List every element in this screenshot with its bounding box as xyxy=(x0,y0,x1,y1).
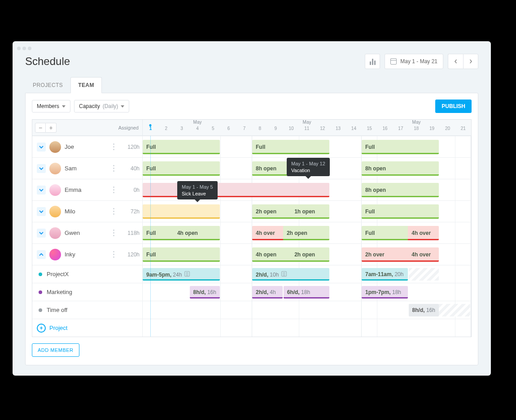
capacity-block[interactable] xyxy=(143,183,329,197)
tab-projects[interactable]: PROJECTS xyxy=(25,77,70,93)
publish-button[interactable]: PUBLISH xyxy=(435,100,472,113)
date-range-label: May 1 - May 21 xyxy=(400,58,437,65)
drag-handle[interactable] xyxy=(113,208,114,215)
app-window: Schedule May 1 - May 21 PROJECTS TEAM xyxy=(13,41,491,376)
capacity-block[interactable]: 2h open 1h open xyxy=(252,204,329,219)
member-row-sam: Sam 40h Full 8h open 8h open May 1 - May… xyxy=(32,157,471,179)
drag-handle[interactable] xyxy=(113,229,114,236)
capacity-block[interactable]: Full xyxy=(143,161,220,176)
day-cell[interactable]: 3 xyxy=(174,126,190,135)
assignment-block[interactable]: 2h/d, 4h xyxy=(252,286,283,299)
collapse-toggle[interactable] xyxy=(37,250,46,259)
capacity-block[interactable]: Full xyxy=(362,204,439,219)
day-cell[interactable]: 14 xyxy=(346,126,362,135)
member-timeline[interactable]: 8h open May 1 - May 5 Sick Leave xyxy=(143,179,471,200)
assignment-block[interactable]: 6h/d, 18h xyxy=(284,286,330,299)
next-range-button[interactable] xyxy=(463,54,478,69)
chevron-left-icon xyxy=(454,59,458,64)
avatar xyxy=(49,163,61,174)
chart-view-button[interactable] xyxy=(365,54,380,69)
day-cell[interactable]: 5 xyxy=(205,126,221,135)
day-cell[interactable]: 18 xyxy=(408,126,424,135)
prev-range-button[interactable] xyxy=(448,54,463,69)
zoom-in-button[interactable]: + xyxy=(46,123,57,133)
drag-handle[interactable] xyxy=(113,143,114,150)
project-timeline[interactable]: 8h/d, 16h 2h/d, 4h 6h/d, 18h 1pm-7pm, 18… xyxy=(143,283,471,301)
caret-down-icon xyxy=(121,105,124,108)
project-timeline[interactable]: 9am-5pm, 24h 2h/d, 10h 7am-11am, 20h xyxy=(143,265,471,283)
assignment-block[interactable]: 8h/d, 16h xyxy=(190,286,220,299)
day-cell[interactable]: 15 xyxy=(362,126,377,135)
note-icon xyxy=(184,271,190,277)
capacity-block[interactable] xyxy=(143,204,220,219)
assignment-block[interactable]: 7am-11am, 20h xyxy=(362,268,408,281)
day-cell[interactable]: 6 xyxy=(221,126,236,135)
capacity-block[interactable]: 4h over 2h open xyxy=(252,226,329,240)
day-cell[interactable]: 13 xyxy=(330,126,346,135)
day-cell[interactable]: 2 xyxy=(158,126,174,135)
member-timeline[interactable]: Full Full Full xyxy=(143,136,471,157)
project-timeline[interactable]: 8h/d, 16h xyxy=(143,301,471,319)
page-header: Schedule May 1 - May 21 xyxy=(13,48,491,73)
project-row-marketing: Marketing 8h/d, 16h 2h/d, 4h 6h/d, 18h 1… xyxy=(32,283,471,301)
expand-toggle[interactable] xyxy=(37,186,46,195)
day-cell[interactable]: 8 xyxy=(252,126,268,135)
add-member-button[interactable]: ADD MEMBER xyxy=(32,343,79,357)
expand-toggle[interactable] xyxy=(37,143,46,152)
capacity-block[interactable]: Full xyxy=(143,140,220,154)
day-cell[interactable]: 21 xyxy=(455,126,471,135)
drag-handle[interactable] xyxy=(113,165,114,172)
day-cell[interactable]: 12 xyxy=(315,126,330,135)
drag-handle[interactable] xyxy=(113,251,114,258)
member-timeline[interactable]: Full 4h open 2h open 2h over 4h over xyxy=(143,244,471,265)
day-cell[interactable]: 1 xyxy=(143,126,158,135)
day-cell[interactable]: 4 xyxy=(190,126,206,135)
tooltip-vacation: May 1 - May 12 Vacation xyxy=(287,158,330,176)
member-timeline[interactable]: Full 4h open 4h over 2h open Full 4h ove… xyxy=(143,222,471,243)
day-cell[interactable]: 11 xyxy=(299,126,315,135)
capacity-block[interactable]: 4h open 2h open xyxy=(252,247,329,262)
capacity-block[interactable]: 8h open xyxy=(362,183,439,197)
day-cell[interactable]: 7 xyxy=(236,126,252,135)
assignment-block[interactable]: 1pm-7pm, 18h xyxy=(362,286,408,299)
zoom-out-button[interactable]: − xyxy=(35,123,46,133)
capacity-filter[interactable]: Capacity (Daily) xyxy=(74,100,129,113)
day-cell[interactable]: 19 xyxy=(424,126,440,135)
date-range-button[interactable]: May 1 - May 21 xyxy=(385,54,443,69)
bullet-icon xyxy=(39,273,42,276)
capacity-block[interactable]: Full xyxy=(143,247,220,262)
tab-team[interactable]: TEAM xyxy=(70,77,102,93)
assigned-hours: 0h xyxy=(118,187,140,193)
day-cell[interactable]: 20 xyxy=(440,126,455,135)
timeoff-block[interactable]: 8h/d, 16h xyxy=(409,304,439,316)
avatar xyxy=(49,184,61,196)
month-label: May xyxy=(143,120,252,126)
member-row-gwen: Gwen 118h Full 4h open 4h over 2h open xyxy=(32,222,471,243)
capacity-block[interactable]: Full xyxy=(252,140,329,154)
expand-toggle[interactable] xyxy=(37,164,46,173)
add-project-row[interactable]: + Project xyxy=(32,319,471,337)
month-label: May xyxy=(252,120,362,126)
assignment-block[interactable]: 2h/d, 10h xyxy=(252,268,329,281)
capacity-block[interactable]: 8h open xyxy=(362,161,439,176)
capacity-block[interactable]: Full xyxy=(362,140,439,154)
day-cell[interactable]: 16 xyxy=(377,126,393,135)
page-title: Schedule xyxy=(25,55,70,68)
capacity-block[interactable]: Full 4h open xyxy=(143,226,220,240)
day-cell[interactable]: 10 xyxy=(284,126,299,135)
member-timeline[interactable]: 2h open 1h open Full xyxy=(143,201,471,222)
expand-toggle[interactable] xyxy=(37,207,46,216)
capacity-block[interactable]: Full 4h over xyxy=(362,226,439,240)
members-filter[interactable]: Members xyxy=(32,100,70,113)
drag-handle[interactable] xyxy=(113,186,114,193)
schedule-panel: Members Capacity (Daily) PUBLISH − + xyxy=(25,93,478,365)
member-name: Sam xyxy=(65,165,77,172)
assignment-block[interactable]: 9am-5pm, 24h xyxy=(143,268,220,281)
expand-toggle[interactable] xyxy=(37,229,46,238)
window-chrome xyxy=(13,41,491,48)
member-timeline[interactable]: Full 8h open 8h open May 1 - May 12 Vaca… xyxy=(143,158,471,179)
add-project-label: Project xyxy=(49,325,67,331)
day-cell[interactable]: 9 xyxy=(268,126,284,135)
capacity-block[interactable]: 2h over 4h over xyxy=(362,247,439,262)
day-cell[interactable]: 17 xyxy=(393,126,409,135)
